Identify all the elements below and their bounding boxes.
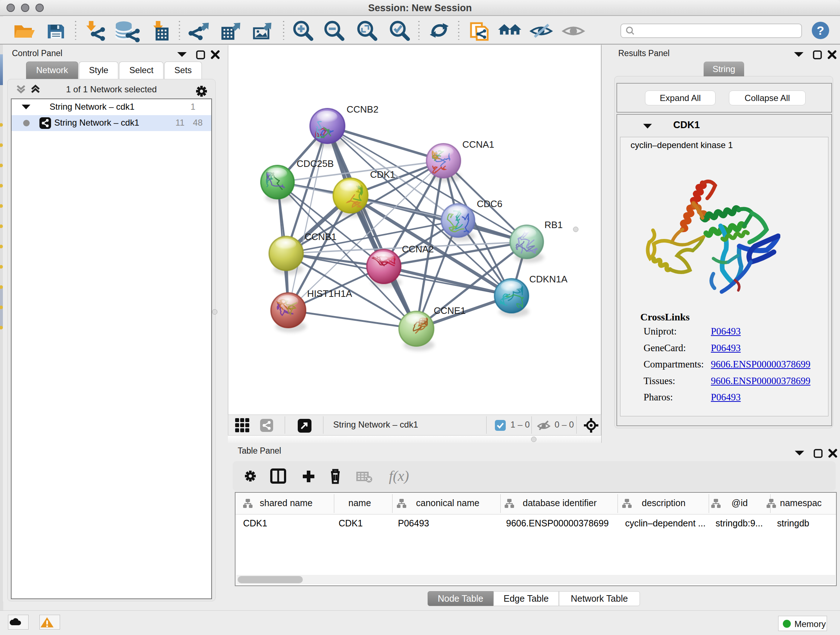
svg-text:CDC6: CDC6 (477, 198, 502, 209)
svg-text:f(x): f(x) (389, 468, 409, 484)
svg-text:CCNA1: CCNA1 (462, 139, 494, 150)
svg-text:CDC25B: CDC25B (297, 158, 334, 169)
svg-text:CDKN1A: CDKN1A (529, 274, 568, 285)
svg-text:CCNE1: CCNE1 (434, 305, 466, 316)
svg-text:CDK1: CDK1 (370, 169, 395, 180)
svg-text:CCNB2: CCNB2 (347, 104, 378, 115)
svg-text:CCNA2: CCNA2 (402, 244, 434, 255)
svg-text:HIST1H1A: HIST1H1A (307, 288, 352, 299)
svg-text:RB1: RB1 (545, 219, 563, 230)
svg-text:CCNB1: CCNB1 (305, 231, 336, 242)
svg-text:?: ? (817, 24, 824, 37)
